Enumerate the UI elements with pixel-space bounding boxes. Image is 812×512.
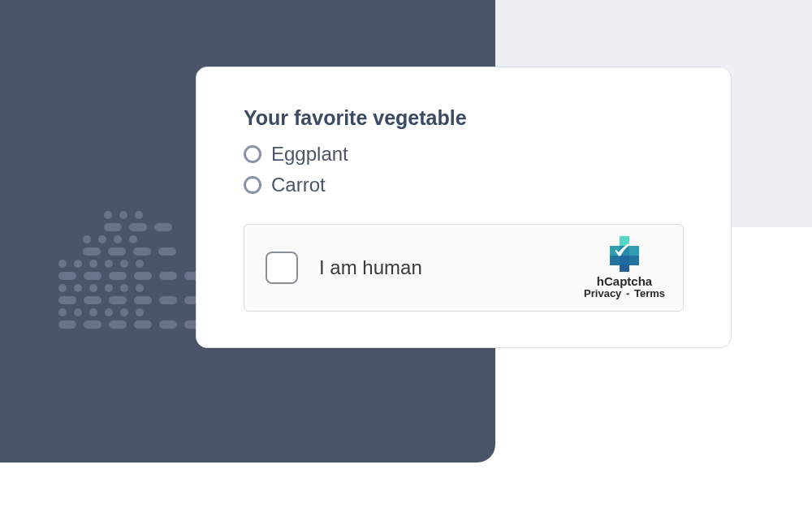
svg-rect-6 bbox=[629, 256, 639, 265]
survey-card: Your favorite vegetable Eggplant Carrot … bbox=[196, 67, 732, 348]
radio-icon bbox=[244, 145, 261, 163]
svg-rect-5 bbox=[620, 256, 629, 265]
hcaptcha-brand: hCaptcha Privacy - Terms bbox=[584, 236, 665, 300]
radio-option-eggplant[interactable]: Eggplant bbox=[244, 143, 684, 166]
hcaptcha-checkbox[interactable] bbox=[266, 252, 298, 284]
radio-label: Eggplant bbox=[271, 143, 348, 166]
radio-label: Carrot bbox=[271, 174, 326, 196]
hcaptcha-widget[interactable]: I am human hCaptcha Privacy - bbox=[244, 224, 684, 312]
hcaptcha-brand-name: hCaptcha bbox=[584, 275, 665, 289]
hcaptcha-terms-link[interactable]: Terms bbox=[634, 287, 665, 299]
radio-option-carrot[interactable]: Carrot bbox=[244, 174, 684, 196]
hcaptcha-label: I am human bbox=[319, 256, 584, 279]
radio-icon bbox=[244, 176, 261, 194]
svg-rect-7 bbox=[620, 265, 629, 272]
hcaptcha-privacy-link[interactable]: Privacy bbox=[584, 287, 621, 299]
svg-rect-4 bbox=[610, 256, 620, 265]
svg-rect-3 bbox=[629, 246, 639, 256]
separator: - bbox=[624, 287, 631, 299]
hcaptcha-logo-icon bbox=[607, 236, 642, 272]
hcaptcha-links: Privacy - Terms bbox=[584, 288, 665, 299]
question-title: Your favorite vegetable bbox=[244, 106, 684, 130]
